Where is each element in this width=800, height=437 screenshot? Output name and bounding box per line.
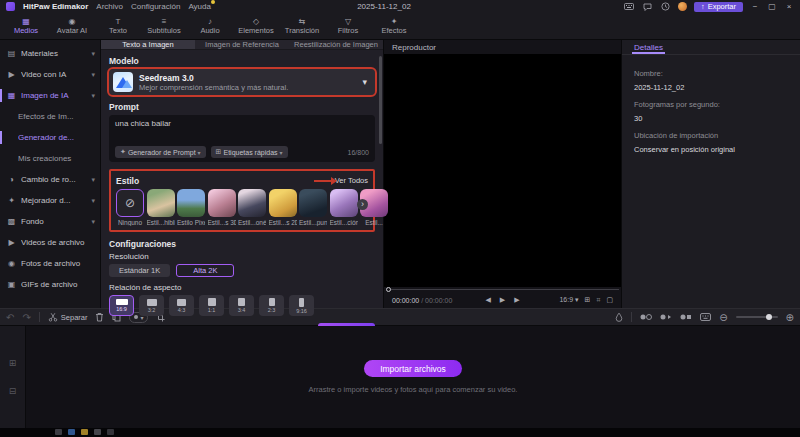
style-option-3d[interactable]: Estil...s 3D xyxy=(208,189,236,226)
sidebar-item-video-con-ia[interactable]: ▶Video con IA▾ xyxy=(0,64,100,85)
next-frame-button[interactable]: ▶ xyxy=(514,296,519,304)
resolution-standard-button[interactable]: Estándar 1K xyxy=(109,264,170,277)
taskbar-icon[interactable] xyxy=(55,429,62,435)
import-drop-zone[interactable]: Importar archivos Arrastre o importe vid… xyxy=(26,326,800,428)
ratio-3-2[interactable]: 3:2 xyxy=(139,295,164,316)
style-option-ninguno[interactable]: ⊘Ninguno xyxy=(116,189,144,226)
tab-reestilizacion[interactable]: Reestilización de Imagen xyxy=(289,40,383,49)
tab-texto-a-imagen[interactable]: Texto a Imagen xyxy=(101,40,195,49)
audio-icon: ♪ xyxy=(208,17,212,26)
ribbon-tab-elementos[interactable]: ◇Elementos xyxy=(234,17,278,35)
minimize-button[interactable]: − xyxy=(750,2,760,11)
prompt-input[interactable]: una chica bailar xyxy=(109,115,375,145)
split-button[interactable]: Separar xyxy=(48,312,88,322)
zoom-in-icon[interactable]: ⊕ xyxy=(786,312,794,323)
ratio-4-3[interactable]: 4:3 xyxy=(169,295,194,316)
timeline-zoom-slider[interactable] xyxy=(736,316,778,318)
ribbon-tab-subtitulos[interactable]: ≡Subtítulos xyxy=(142,17,186,35)
undo-icon[interactable]: ↶ xyxy=(6,312,14,323)
resolution-high-button[interactable]: Alta 2K xyxy=(176,264,234,277)
tab-detalles[interactable]: Detalles xyxy=(632,40,665,54)
redo-icon[interactable]: ↷ xyxy=(22,312,30,323)
keyboard-icon[interactable] xyxy=(624,2,635,11)
sidebar-item-generador-de-imagen[interactable]: Generador de... xyxy=(0,127,100,148)
panel-scrollbar[interactable] xyxy=(379,56,382,144)
ai-video-icon: ▶ xyxy=(7,70,16,79)
restore-button[interactable]: ▢ xyxy=(767,2,777,11)
video-canvas[interactable] xyxy=(384,54,621,287)
tab-imagen-de-referencia[interactable]: Imagen de Referencia xyxy=(195,40,289,49)
track-mute-toggle-icon[interactable] xyxy=(640,313,652,321)
style-option-pixel[interactable]: Estilo Pixel xyxy=(177,189,205,226)
taskbar-icon[interactable] xyxy=(94,429,101,435)
sidebar-item-efectos-de-imagen[interactable]: Efectos de Im... xyxy=(0,106,100,127)
stock-photo-icon: ◉ xyxy=(7,259,16,268)
styles-next-arrow[interactable]: › xyxy=(357,199,368,210)
zoom-out-icon[interactable]: ⊖ xyxy=(719,312,727,323)
history-icon[interactable] xyxy=(660,2,671,11)
taskbar-icon[interactable] xyxy=(107,429,114,435)
resolution-label: Resolución xyxy=(109,252,375,261)
canvas-ratio-selector[interactable]: 16:9 ▾ xyxy=(559,296,578,304)
ribbon-tab-audio[interactable]: ♪Audio xyxy=(188,17,232,35)
style-option-2d[interactable]: Estil...s 2D xyxy=(269,189,297,226)
slider-handle[interactable] xyxy=(766,314,772,320)
style-option-punk[interactable]: Estil...punk xyxy=(299,189,327,226)
user-avatar[interactable] xyxy=(678,2,687,11)
prompt-generator-button[interactable]: ✦Generador de Prompt▾ xyxy=(115,146,206,158)
sidebar-item-mis-creaciones[interactable]: Mis creaciones xyxy=(0,148,100,169)
generator-panel: Texto a Imagen Imagen de Referencia Rees… xyxy=(101,40,384,308)
sidebar-item-videos-de-archivo[interactable]: ▶Videos de archivo xyxy=(0,232,100,253)
ratio-9-16[interactable]: 9:16 xyxy=(289,295,314,316)
track-tool-icon-1[interactable]: ⊞ xyxy=(9,358,17,368)
ribbon-tab-medios[interactable]: ▦Medios xyxy=(4,17,48,35)
ribbon-tab-filtros[interactable]: ▽Filtros xyxy=(326,17,370,35)
style-option-japones[interactable]: Estil...onés xyxy=(238,189,266,226)
previous-frame-button[interactable]: ◀ xyxy=(485,296,490,304)
sidebar-item-imagen-de-ia[interactable]: ▦Imagen de IA▾ xyxy=(0,85,100,106)
sidebar-item-materiales[interactable]: ▤Materiales▾ xyxy=(0,43,100,64)
ratio-16-9[interactable]: 16:9 xyxy=(109,295,134,316)
ratio-shape xyxy=(238,298,245,306)
see-all-link[interactable]: Ver Todos xyxy=(314,176,368,185)
track-tool-icon-2[interactable]: ⊟ xyxy=(9,386,17,396)
sidebar-item-fotos-de-archivo[interactable]: ◉Fotos de archivo xyxy=(0,253,100,274)
model-selector[interactable]: Seedream 3.0 Mejor comprensión semántica… xyxy=(109,69,375,95)
style-option-animacion[interactable]: Estil...ción xyxy=(330,189,358,226)
ratio-2-3[interactable]: 2:3 xyxy=(259,295,284,316)
style-option-ghibli[interactable]: Estil...hibli xyxy=(147,189,175,226)
feedback-icon[interactable] xyxy=(642,2,653,11)
track-hide-toggle-icon[interactable] xyxy=(680,313,692,321)
quick-tags-button[interactable]: ⊞Etiquetas rápidas▾ xyxy=(211,146,288,158)
sidebar-item-gifs-de-archivo[interactable]: ▣GIFs de archivo xyxy=(0,274,100,295)
track-header: ⊞ ⊟ xyxy=(0,326,26,428)
ratio-1-1[interactable]: 1:1 xyxy=(199,295,224,316)
sidebar-item-mejorador[interactable]: ✦Mejorador d...▾ xyxy=(0,190,100,211)
ratio-3-4[interactable]: 3:4 xyxy=(229,295,254,316)
import-files-button[interactable]: Importar archivos xyxy=(364,360,462,377)
shortcut-keyboard-icon[interactable] xyxy=(700,313,711,321)
voice-changer-icon[interactable] xyxy=(615,312,623,322)
ribbon-tab-texto[interactable]: TTexto xyxy=(96,17,140,35)
app-logo xyxy=(6,2,15,11)
taskbar-icon[interactable] xyxy=(81,429,88,435)
split-view-icon[interactable]: ⌗ xyxy=(596,296,600,304)
ribbon-tab-efectos[interactable]: ✦Efectos xyxy=(372,17,416,35)
menu-configuracion[interactable]: Configuración xyxy=(131,2,180,11)
export-button[interactable]: ↑Exportar xyxy=(694,2,743,12)
none-style-icon: ⊘ xyxy=(116,189,144,217)
sidebar-item-cambio-de-rostro[interactable]: ◑Cambio de ro...▾ xyxy=(0,169,100,190)
menu-ayuda[interactable]: Ayuda xyxy=(188,2,211,11)
track-lock-toggle-icon[interactable] xyxy=(660,313,672,321)
sidebar-item-fondo[interactable]: ▩Fondo▾ xyxy=(0,211,100,232)
ribbon-tab-avatar-ai[interactable]: ◉Avatar AI xyxy=(50,17,94,35)
close-button[interactable]: × xyxy=(784,2,794,11)
grid-icon[interactable]: ⊞ xyxy=(585,296,591,304)
play-button[interactable]: ▶ xyxy=(500,296,505,304)
ribbon-tab-transicion[interactable]: ⇆Transición xyxy=(280,17,324,35)
chevron-down-icon[interactable]: ▾ xyxy=(362,77,367,87)
fullscreen-icon[interactable]: ▢ xyxy=(606,296,613,304)
taskbar-icon[interactable] xyxy=(68,429,75,435)
seedream-logo-icon xyxy=(113,72,133,92)
menu-archivo[interactable]: Archivo xyxy=(96,2,123,11)
